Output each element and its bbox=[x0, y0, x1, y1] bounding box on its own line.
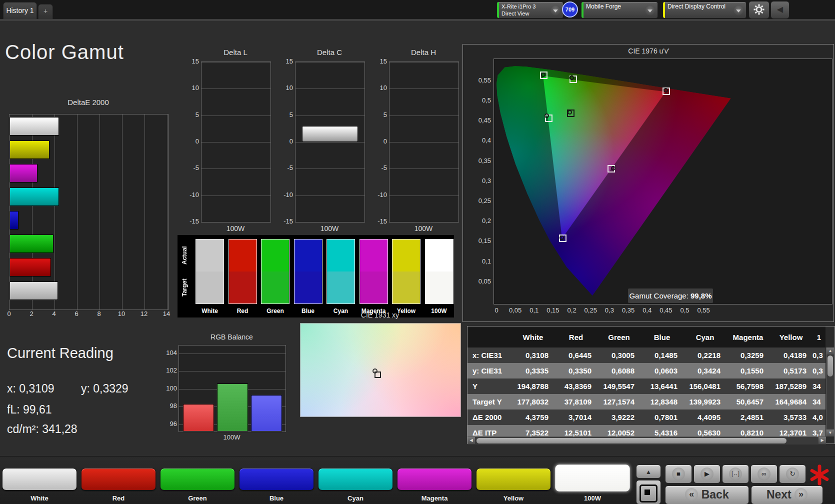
y-tick-label: 0,1 bbox=[472, 258, 491, 265]
tab-history-1[interactable]: History 1 bbox=[3, 2, 37, 20]
scroll-up-icon[interactable]: ▲ bbox=[826, 348, 834, 354]
source-dropdown[interactable]: Mobile Forge bbox=[581, 2, 658, 18]
scroll-down-icon[interactable]: ▼ bbox=[826, 430, 834, 436]
refresh-button[interactable]: ↻ bbox=[779, 464, 806, 484]
y-tick-label: 15 bbox=[279, 58, 293, 65]
row-label: x: CIE31 bbox=[468, 351, 512, 360]
deltae-bar-100w bbox=[10, 282, 58, 300]
page-title: Color Gamut bbox=[5, 41, 124, 64]
delta-bar-100w bbox=[302, 126, 358, 142]
table-cell: 0,1485 bbox=[640, 351, 684, 360]
back-button[interactable]: « Back bbox=[665, 486, 749, 504]
table-cell-clipped: 0,3 bbox=[812, 366, 826, 375]
pattern-button-red[interactable] bbox=[81, 468, 156, 490]
chevron-down-icon[interactable] bbox=[734, 6, 744, 16]
table-row: Y194,878843,8369149,554713,6441156,04815… bbox=[468, 378, 826, 394]
target-709-badge[interactable]: 709 bbox=[562, 2, 578, 18]
actual-target-swatch-panel: Actual Target WhiteRedGreenBlueCyanMagen… bbox=[178, 235, 454, 318]
scrollbar-thumb[interactable] bbox=[476, 438, 786, 444]
collapse-panel-button[interactable]: ◀ bbox=[770, 1, 790, 19]
target-swatch bbox=[262, 272, 289, 304]
loop-button[interactable]: ∞ bbox=[750, 464, 778, 484]
gridline bbox=[100, 114, 100, 310]
play-button[interactable]: ▶ bbox=[694, 464, 720, 484]
display-control-dropdown[interactable]: Direct Display Control bbox=[662, 2, 746, 18]
pattern-button-white[interactable] bbox=[2, 468, 77, 490]
range-button[interactable]: [↔] bbox=[722, 464, 749, 484]
table-cell: 0,6088 bbox=[598, 366, 640, 375]
x-tick-label: 0,4 bbox=[638, 306, 656, 314]
table-cell: 2,4851 bbox=[726, 413, 770, 422]
gridline bbox=[390, 116, 458, 116]
scrollbar-thumb[interactable] bbox=[828, 356, 833, 376]
scroll-left-icon[interactable]: ◀ bbox=[468, 437, 475, 444]
pattern-button-yellow[interactable] bbox=[476, 468, 551, 490]
pattern-button-label: Green bbox=[160, 494, 235, 502]
chevron-down-icon[interactable] bbox=[645, 6, 655, 16]
target-swatch bbox=[196, 272, 224, 304]
column-header: Magenta bbox=[726, 333, 770, 342]
gridline bbox=[390, 196, 458, 196]
gridline bbox=[202, 142, 270, 142]
pattern-window-button[interactable] bbox=[636, 480, 661, 504]
y-tick-label: 15 bbox=[185, 58, 199, 65]
pattern-button-blue[interactable] bbox=[239, 468, 314, 490]
y-tick-label: 0,45 bbox=[472, 116, 491, 124]
chevron-down-icon[interactable] bbox=[550, 6, 560, 16]
pattern-button-green[interactable] bbox=[160, 468, 235, 490]
pattern-button-magenta[interactable] bbox=[397, 468, 472, 490]
table-cell: 0,1550 bbox=[726, 366, 770, 375]
table-row: x: CIE310,31080,64450,30050,14850,22180,… bbox=[468, 348, 826, 363]
column-header: Yellow bbox=[770, 333, 812, 342]
vertical-scrollbar[interactable]: ▲ ▼ bbox=[826, 348, 834, 436]
stop-button[interactable]: ■ bbox=[665, 464, 692, 484]
meter-dropdown[interactable]: X-Rite i1Pro 3 Direct View bbox=[496, 2, 564, 18]
actual-row-label: Actual bbox=[181, 239, 189, 272]
table-cell: 0,5173 bbox=[770, 366, 812, 375]
y-tick-label: 0,25 bbox=[472, 197, 491, 204]
horizontal-scrollbar[interactable]: ◀ ▶ bbox=[468, 436, 826, 444]
table-cell: 187,5289 bbox=[770, 382, 812, 390]
pattern-button-100w[interactable] bbox=[555, 464, 630, 492]
scroll-right-icon[interactable]: ▶ bbox=[818, 437, 826, 444]
gridline bbox=[296, 142, 364, 142]
target-row-label: Target bbox=[181, 272, 189, 304]
x-tick-label: 0,1 bbox=[526, 306, 542, 314]
y-tick-label: 0,3 bbox=[472, 177, 491, 184]
pattern-window-up-button[interactable]: ▲ bbox=[636, 464, 661, 478]
pattern-button-cyan[interactable] bbox=[318, 468, 393, 490]
y-tick-label: 0,2 bbox=[472, 217, 491, 224]
deltae-bar-cyan bbox=[10, 188, 59, 206]
x-axis-label: 100W bbox=[295, 224, 364, 232]
settings-button[interactable] bbox=[748, 1, 770, 19]
alert-asterisk-icon[interactable] bbox=[808, 464, 831, 486]
gridline bbox=[122, 114, 122, 310]
delta-c-chart: Delta C 100W 151050-5-10-15 bbox=[278, 48, 364, 233]
table-row: Target Y177,803237,8109127,157412,834813… bbox=[468, 394, 826, 410]
range-icon: [↔] bbox=[729, 468, 742, 480]
x-tick-label: 4 bbox=[48, 310, 60, 318]
swatch-white bbox=[196, 239, 224, 304]
pattern-button-label: 100W bbox=[555, 494, 630, 502]
table-cell: 0,5630 bbox=[684, 428, 726, 436]
y-tick-label: 0,4 bbox=[472, 136, 491, 144]
table-cell: 139,9923 bbox=[684, 398, 726, 406]
x-axis-label: 100W bbox=[201, 224, 270, 232]
table-cell: 0,3259 bbox=[726, 351, 770, 360]
y-tick-label: -5 bbox=[373, 164, 387, 172]
pattern-button-label: Magenta bbox=[397, 494, 472, 502]
y-tick-label: -10 bbox=[185, 191, 199, 198]
add-tab-button[interactable]: + bbox=[38, 4, 53, 20]
gridline bbox=[144, 114, 145, 310]
reading-y-value: y: 0,3329 bbox=[81, 382, 128, 396]
table-cell: 156,0481 bbox=[684, 382, 726, 390]
gridline bbox=[202, 116, 270, 116]
cie-1976-plot-area bbox=[494, 58, 832, 304]
next-button[interactable]: Next » bbox=[751, 486, 823, 504]
y-tick-label: 15 bbox=[373, 58, 387, 65]
swatch-cyan bbox=[326, 239, 355, 304]
table-cell: 12,5101 bbox=[554, 428, 598, 436]
swatch-magenta bbox=[360, 239, 388, 304]
gridline bbox=[202, 88, 270, 89]
table-cell: 0,4189 bbox=[770, 351, 812, 360]
